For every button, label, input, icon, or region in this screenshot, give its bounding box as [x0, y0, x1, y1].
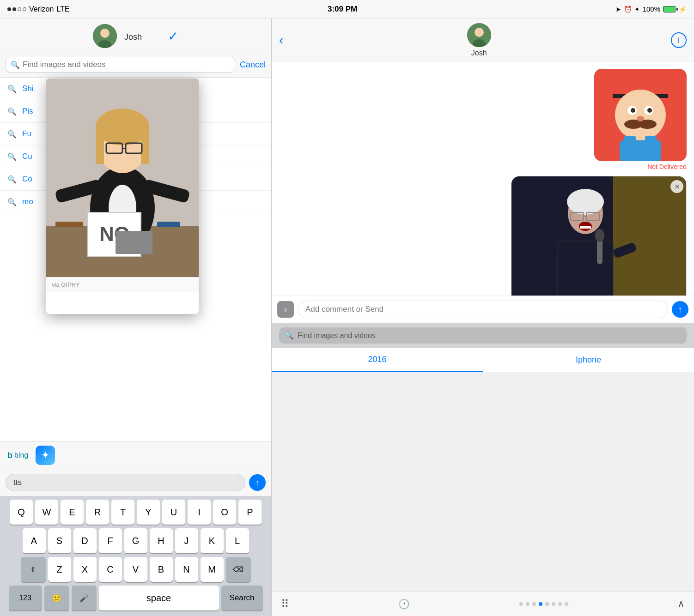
battery-body	[663, 6, 676, 12]
signal-dot-2	[12, 7, 16, 11]
right-image-grid	[272, 372, 694, 592]
key-z[interactable]: Z	[48, 557, 71, 582]
suggestion-search-icon-2: 🔍	[7, 130, 17, 139]
key-f[interactable]: F	[99, 528, 122, 553]
key-d[interactable]: D	[73, 528, 97, 553]
key-c[interactable]: C	[99, 557, 122, 582]
search-input-wrap[interactable]: 🔍	[6, 57, 235, 72]
appstore-source[interactable]: ✦	[36, 446, 55, 465]
key-a[interactable]: A	[23, 528, 46, 553]
left-send-button[interactable]: ↑	[249, 474, 266, 491]
suggestion-text-4: Co	[22, 175, 32, 184]
key-123[interactable]: 123	[9, 586, 42, 610]
battery-label: 100%	[643, 5, 660, 13]
key-h[interactable]: H	[150, 528, 173, 553]
back-button[interactable]: ‹	[279, 33, 283, 48]
info-icon: i	[678, 36, 680, 45]
key-l[interactable]: L	[226, 528, 249, 553]
key-n[interactable]: N	[175, 557, 198, 582]
send-arrow-icon: ↑	[256, 478, 260, 488]
key-v[interactable]: V	[124, 557, 147, 582]
svg-point-33	[647, 108, 652, 113]
keyboard-row-1: Q W E R T Y U I O P	[2, 500, 269, 525]
comment-input[interactable]	[298, 301, 668, 318]
right-contact-wrap: Josh	[287, 23, 671, 57]
key-u[interactable]: U	[162, 500, 185, 525]
key-s[interactable]: S	[48, 528, 71, 553]
svg-rect-19	[157, 222, 180, 227]
key-i[interactable]: I	[188, 500, 211, 525]
key-t[interactable]: T	[111, 500, 134, 525]
bing-source[interactable]: b bing	[7, 451, 28, 460]
key-b[interactable]: B	[150, 557, 173, 582]
key-q[interactable]: Q	[10, 500, 33, 525]
bluetooth-icon: ✦	[634, 6, 640, 13]
appstore-icon: ✦	[41, 449, 49, 461]
signal-dot-3	[18, 7, 21, 11]
battery-indicator	[663, 6, 676, 12]
signal-dot-4	[23, 7, 26, 11]
key-y[interactable]: Y	[137, 500, 160, 525]
key-search[interactable]: Search	[221, 586, 263, 610]
right-contact-avatar[interactable]	[467, 23, 491, 47]
bing-label: bing	[14, 451, 28, 459]
key-shift[interactable]: ⇧	[21, 557, 46, 582]
collapse-button[interactable]: ∧	[677, 598, 685, 610]
signal-dot-1	[7, 7, 11, 11]
right-bottom-nav: ⠿ 🕐 ∧	[272, 592, 694, 616]
suggestion-text-0: Shi	[22, 84, 34, 93]
category-tabs: 2016 Iphone	[272, 348, 694, 372]
gif-preview-image: NO	[46, 79, 199, 277]
left-header: Josh ✓	[0, 18, 271, 52]
mario-image	[594, 69, 687, 161]
svg-point-41	[567, 189, 604, 215]
key-space[interactable]: space	[99, 586, 219, 610]
comment-send-button[interactable]: ↑	[672, 301, 688, 318]
search-input[interactable]	[23, 60, 230, 69]
gif-source-label: via GIPHY	[52, 281, 80, 288]
right-panel: ‹ Josh i	[272, 18, 694, 616]
left-text-input[interactable]: tts	[6, 474, 245, 491]
messages-area: Not Delivered	[272, 61, 694, 296]
status-bar-time: 3:09 PM	[70, 5, 615, 14]
photo-message-container: ✕	[279, 176, 687, 296]
right-search-bar-inner[interactable]: 🔍 Find images and videos	[279, 327, 687, 344]
key-x[interactable]: X	[73, 557, 97, 582]
key-g[interactable]: G	[124, 528, 147, 553]
key-r[interactable]: R	[86, 500, 109, 525]
photo-in-message: ✕	[511, 176, 687, 296]
key-emoji[interactable]: 🙂	[44, 586, 69, 610]
page-dot-6	[552, 602, 555, 606]
key-delete[interactable]: ⌫	[226, 557, 251, 582]
cancel-button[interactable]: Cancel	[240, 60, 266, 70]
keyboard: Q W E R T Y U I O P A S D F G H J K	[0, 496, 271, 616]
nav-dots-icon[interactable]: ⠿	[281, 598, 289, 610]
expand-button[interactable]: ›	[277, 301, 294, 318]
tab-iphone-label: Iphone	[576, 355, 601, 365]
keyboard-row-2: A S D F G H J K L	[2, 528, 269, 553]
close-photo-button[interactable]: ✕	[670, 180, 683, 193]
page-dot-3	[532, 602, 536, 606]
key-k[interactable]: K	[201, 528, 224, 553]
left-contact-avatar[interactable]	[93, 24, 117, 48]
key-w[interactable]: W	[35, 500, 58, 525]
split-layout: Josh ✓ 🔍 Cancel 🔍 Shi 🔍 Pis	[0, 18, 694, 616]
info-button[interactable]: i	[671, 32, 687, 48]
checkmark-icon[interactable]: ✓	[168, 29, 178, 44]
key-m[interactable]: M	[201, 557, 224, 582]
key-o[interactable]: O	[213, 500, 236, 525]
suggestion-text-5: mo	[22, 197, 33, 206]
key-p[interactable]: P	[238, 500, 262, 525]
key-j[interactable]: J	[175, 528, 198, 553]
gif-preview-popup: NO via GIPHY	[46, 79, 199, 314]
location-icon: ➤	[615, 6, 621, 13]
tab-2016-label: 2016	[368, 355, 386, 364]
tab-2016[interactable]: 2016	[272, 348, 483, 372]
key-e[interactable]: E	[61, 500, 84, 525]
key-mic[interactable]: 🎤	[72, 586, 97, 610]
input-text-value: tts	[13, 478, 22, 487]
tab-iphone[interactable]: Iphone	[483, 348, 694, 372]
network-label: LTE	[56, 5, 69, 13]
svg-rect-37	[645, 136, 657, 145]
svg-rect-36	[624, 136, 636, 145]
